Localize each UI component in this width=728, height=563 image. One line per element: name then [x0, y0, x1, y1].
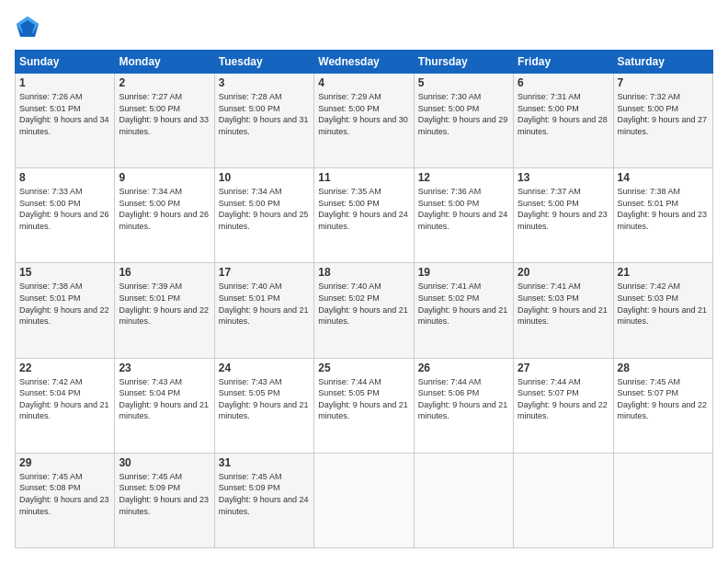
calendar-cell: 28 Sunrise: 7:45 AMSunset: 5:07 PMDaylig…	[613, 358, 712, 453]
calendar-cell: 5 Sunrise: 7:30 AMSunset: 5:00 PMDayligh…	[414, 74, 513, 168]
calendar-cell: 15 Sunrise: 7:38 AMSunset: 5:01 PMDaylig…	[16, 263, 115, 358]
day-info: Sunrise: 7:40 AMSunset: 5:02 PMDaylight:…	[318, 282, 408, 326]
day-number: 12	[418, 171, 509, 184]
day-info: Sunrise: 7:45 AMSunset: 5:08 PMDaylight:…	[19, 472, 109, 516]
day-number: 16	[119, 266, 210, 279]
calendar-cell: 8 Sunrise: 7:33 AMSunset: 5:00 PMDayligh…	[16, 168, 115, 263]
day-info: Sunrise: 7:31 AMSunset: 5:00 PMDaylight:…	[518, 92, 608, 136]
day-number: 9	[119, 171, 210, 184]
day-info: Sunrise: 7:44 AMSunset: 5:05 PMDaylight:…	[318, 377, 408, 421]
calendar-cell	[514, 453, 613, 547]
day-number: 29	[19, 456, 110, 469]
day-info: Sunrise: 7:36 AMSunset: 5:00 PMDaylight:…	[418, 187, 508, 231]
day-number: 19	[418, 266, 509, 279]
calendar-cell: 12 Sunrise: 7:36 AMSunset: 5:00 PMDaylig…	[414, 168, 513, 263]
weekday-header: Friday	[514, 51, 613, 74]
day-info: Sunrise: 7:44 AMSunset: 5:07 PMDaylight:…	[518, 377, 608, 421]
calendar-cell: 31 Sunrise: 7:45 AMSunset: 5:09 PMDaylig…	[214, 453, 313, 547]
calendar-cell: 17 Sunrise: 7:40 AMSunset: 5:01 PMDaylig…	[214, 263, 313, 358]
day-info: Sunrise: 7:42 AMSunset: 5:03 PMDaylight:…	[618, 282, 708, 326]
day-number: 1	[19, 76, 110, 89]
day-number: 20	[518, 266, 609, 279]
day-number: 28	[618, 362, 709, 374]
weekday-header: Monday	[115, 51, 214, 74]
day-info: Sunrise: 7:27 AMSunset: 5:00 PMDaylight:…	[119, 92, 209, 136]
day-number: 14	[618, 171, 709, 184]
calendar-cell: 3 Sunrise: 7:28 AMSunset: 5:00 PMDayligh…	[214, 74, 313, 168]
day-number: 27	[518, 362, 609, 374]
calendar-cell: 29 Sunrise: 7:45 AMSunset: 5:08 PMDaylig…	[16, 453, 115, 547]
calendar-cell: 9 Sunrise: 7:34 AMSunset: 5:00 PMDayligh…	[115, 168, 214, 263]
calendar-cell: 25 Sunrise: 7:44 AMSunset: 5:05 PMDaylig…	[314, 358, 414, 453]
day-info: Sunrise: 7:44 AMSunset: 5:06 PMDaylight:…	[418, 377, 508, 421]
calendar-cell: 27 Sunrise: 7:44 AMSunset: 5:07 PMDaylig…	[514, 358, 613, 453]
day-info: Sunrise: 7:33 AMSunset: 5:00 PMDaylight:…	[19, 187, 109, 231]
calendar-cell: 16 Sunrise: 7:39 AMSunset: 5:01 PMDaylig…	[115, 263, 214, 358]
day-number: 30	[119, 456, 210, 469]
day-info: Sunrise: 7:45 AMSunset: 5:09 PMDaylight:…	[119, 472, 209, 516]
calendar-cell	[613, 453, 712, 547]
calendar-cell	[314, 453, 414, 547]
day-number: 15	[19, 266, 110, 279]
day-info: Sunrise: 7:34 AMSunset: 5:00 PMDaylight:…	[119, 187, 209, 231]
day-info: Sunrise: 7:37 AMSunset: 5:00 PMDaylight:…	[518, 187, 608, 231]
calendar-cell: 6 Sunrise: 7:31 AMSunset: 5:00 PMDayligh…	[514, 74, 613, 168]
calendar-cell: 23 Sunrise: 7:43 AMSunset: 5:04 PMDaylig…	[115, 358, 214, 453]
header	[15, 15, 713, 40]
day-info: Sunrise: 7:30 AMSunset: 5:00 PMDaylight:…	[418, 92, 508, 136]
calendar-cell: 21 Sunrise: 7:42 AMSunset: 5:03 PMDaylig…	[613, 263, 712, 358]
day-info: Sunrise: 7:41 AMSunset: 5:02 PMDaylight:…	[418, 282, 508, 326]
day-info: Sunrise: 7:43 AMSunset: 5:04 PMDaylight:…	[119, 377, 209, 421]
logo	[15, 15, 44, 40]
day-info: Sunrise: 7:34 AMSunset: 5:00 PMDaylight:…	[219, 187, 309, 231]
day-number: 8	[19, 171, 110, 184]
weekday-header: Saturday	[613, 51, 712, 74]
day-number: 25	[318, 362, 409, 374]
weekday-header: Sunday	[16, 51, 115, 74]
day-info: Sunrise: 7:41 AMSunset: 5:03 PMDaylight:…	[518, 282, 608, 326]
day-info: Sunrise: 7:28 AMSunset: 5:00 PMDaylight:…	[219, 92, 309, 136]
calendar-cell: 13 Sunrise: 7:37 AMSunset: 5:00 PMDaylig…	[514, 168, 613, 263]
calendar-cell: 24 Sunrise: 7:43 AMSunset: 5:05 PMDaylig…	[214, 358, 313, 453]
day-info: Sunrise: 7:26 AMSunset: 5:01 PMDaylight:…	[19, 92, 109, 136]
day-number: 7	[618, 76, 709, 89]
day-info: Sunrise: 7:38 AMSunset: 5:01 PMDaylight:…	[618, 187, 708, 231]
day-number: 24	[219, 362, 310, 374]
page: SundayMondayTuesdayWednesdayThursdayFrid…	[0, 0, 728, 563]
calendar-cell: 4 Sunrise: 7:29 AMSunset: 5:00 PMDayligh…	[314, 74, 414, 168]
day-number: 31	[219, 456, 310, 469]
calendar-cell: 18 Sunrise: 7:40 AMSunset: 5:02 PMDaylig…	[314, 263, 414, 358]
day-number: 5	[418, 76, 509, 89]
day-number: 11	[318, 171, 409, 184]
calendar-cell: 2 Sunrise: 7:27 AMSunset: 5:00 PMDayligh…	[115, 74, 214, 168]
calendar-table: SundayMondayTuesdayWednesdayThursdayFrid…	[15, 50, 713, 548]
day-info: Sunrise: 7:38 AMSunset: 5:01 PMDaylight:…	[19, 282, 109, 326]
day-info: Sunrise: 7:42 AMSunset: 5:04 PMDaylight:…	[19, 377, 109, 421]
day-number: 6	[518, 76, 609, 89]
day-info: Sunrise: 7:45 AMSunset: 5:09 PMDaylight:…	[219, 472, 309, 516]
calendar-cell: 26 Sunrise: 7:44 AMSunset: 5:06 PMDaylig…	[414, 358, 513, 453]
day-info: Sunrise: 7:35 AMSunset: 5:00 PMDaylight:…	[318, 187, 408, 231]
weekday-header: Thursday	[414, 51, 513, 74]
day-number: 17	[219, 266, 310, 279]
calendar-cell: 7 Sunrise: 7:32 AMSunset: 5:00 PMDayligh…	[613, 74, 712, 168]
calendar-cell: 10 Sunrise: 7:34 AMSunset: 5:00 PMDaylig…	[214, 168, 313, 263]
day-number: 21	[618, 266, 709, 279]
calendar-cell: 22 Sunrise: 7:42 AMSunset: 5:04 PMDaylig…	[16, 358, 115, 453]
weekday-header: Wednesday	[314, 51, 414, 74]
calendar-cell	[414, 453, 513, 547]
day-number: 2	[119, 76, 210, 89]
day-number: 13	[518, 171, 609, 184]
day-number: 26	[418, 362, 509, 374]
logo-icon	[15, 15, 40, 40]
day-number: 10	[219, 171, 310, 184]
day-info: Sunrise: 7:43 AMSunset: 5:05 PMDaylight:…	[219, 377, 309, 421]
day-number: 4	[318, 76, 409, 89]
calendar-cell: 30 Sunrise: 7:45 AMSunset: 5:09 PMDaylig…	[115, 453, 214, 547]
day-info: Sunrise: 7:39 AMSunset: 5:01 PMDaylight:…	[119, 282, 209, 326]
calendar-cell: 19 Sunrise: 7:41 AMSunset: 5:02 PMDaylig…	[414, 263, 513, 358]
day-number: 22	[19, 362, 110, 374]
day-info: Sunrise: 7:32 AMSunset: 5:00 PMDaylight:…	[618, 92, 708, 136]
day-info: Sunrise: 7:29 AMSunset: 5:00 PMDaylight:…	[318, 92, 408, 136]
calendar-cell: 20 Sunrise: 7:41 AMSunset: 5:03 PMDaylig…	[514, 263, 613, 358]
